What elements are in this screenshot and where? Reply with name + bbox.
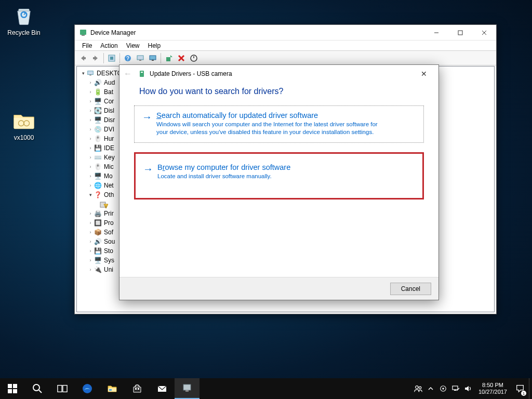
tray-people[interactable]	[412, 378, 424, 399]
svg-text:?: ?	[126, 56, 129, 61]
toolbar-help-button[interactable]: ?	[122, 52, 134, 64]
option-search-automatically[interactable]: → Search automatically for updated drive…	[134, 105, 424, 143]
svg-point-30	[33, 384, 39, 391]
toolbar-forward-button[interactable]	[89, 52, 102, 64]
recycle-bin-icon	[11, 3, 36, 28]
option-title: Browse my computer for driver software	[157, 163, 415, 171]
svg-rect-46	[453, 386, 458, 390]
sound-icon: 🔊	[94, 237, 102, 246]
taskbar-edge[interactable]	[75, 378, 100, 399]
computer-icon	[86, 69, 95, 77]
minimize-button[interactable]	[424, 25, 448, 40]
ide-icon: 💾	[94, 144, 102, 152]
svg-line-31	[39, 390, 42, 393]
svg-rect-32	[58, 385, 62, 392]
svg-rect-11	[110, 57, 113, 60]
option-browse-computer[interactable]: → Browse my computer for driver software…	[134, 152, 424, 200]
arrow-right-icon: →	[143, 163, 157, 180]
menu-file[interactable]: File	[78, 41, 96, 50]
option-description: Locate and install driver software manua…	[157, 172, 381, 180]
other-icon: ❓	[94, 191, 102, 199]
dialog-heading: How do you want to search for drivers?	[119, 83, 438, 105]
toolbar: ?	[75, 51, 496, 65]
update-drivers-dialog: ← Update Drivers - USB camera ✕ How do y…	[119, 64, 439, 300]
svg-rect-21	[89, 75, 91, 76]
svg-rect-15	[139, 60, 141, 61]
svg-rect-14	[137, 56, 143, 60]
menu-view[interactable]: View	[122, 41, 144, 50]
taskbar-store[interactable]	[125, 378, 150, 399]
tray-overflow[interactable]	[424, 378, 437, 399]
svg-rect-38	[138, 388, 139, 390]
svg-rect-24	[140, 71, 144, 77]
desktop-icon-recycle-bin[interactable]: Recycle Bin	[4, 3, 44, 36]
action-center-button[interactable]: 1	[511, 378, 529, 399]
maximize-button[interactable]	[448, 25, 472, 40]
dvd-icon: 💿	[94, 125, 102, 134]
svg-point-43	[419, 387, 421, 389]
svg-point-45	[442, 388, 444, 390]
tray-clock[interactable]: 8:50 PM 10/27/2017	[474, 382, 511, 395]
keyboard-icon: ⌨️	[94, 153, 102, 162]
tray-volume-icon[interactable]	[462, 378, 474, 399]
taskbar: 8:50 PM 10/27/2017 1	[0, 378, 532, 399]
svg-rect-28	[8, 389, 12, 393]
network-icon: 🌐	[94, 181, 102, 190]
search-button[interactable]	[25, 378, 50, 399]
svg-rect-33	[63, 385, 67, 392]
taskbar-file-explorer[interactable]	[100, 378, 125, 399]
cancel-button[interactable]: Cancel	[390, 283, 431, 295]
back-button[interactable]: ←	[124, 69, 135, 78]
task-view-button[interactable]	[50, 378, 75, 399]
battery-icon: 🔋	[94, 88, 102, 96]
processor-icon: 🔲	[94, 219, 102, 227]
option-description: Windows will search your computer and th…	[156, 121, 380, 136]
monitor-icon: 🖥️	[94, 172, 102, 180]
svg-rect-5	[458, 31, 462, 35]
toolbar-properties-button[interactable]	[147, 52, 159, 64]
mouse-icon: 🖱️	[94, 163, 102, 171]
svg-rect-26	[8, 384, 12, 388]
svg-rect-18	[166, 57, 170, 61]
toolbar-back-button[interactable]	[77, 52, 89, 64]
svg-rect-20	[88, 71, 94, 75]
arrow-right-icon: →	[142, 111, 156, 136]
close-button[interactable]	[472, 25, 496, 40]
taskbar-device-manager[interactable]	[175, 378, 200, 399]
disk-icon: 💽	[94, 107, 102, 115]
dialog-title: Update Drivers - USB camera	[150, 70, 414, 77]
svg-rect-25	[141, 72, 143, 73]
toolbar-uninstall-button[interactable]	[175, 52, 188, 64]
usb-icon: 🔌	[94, 265, 102, 274]
tray-network-icon[interactable]	[449, 378, 462, 399]
warning-icon: !	[100, 200, 108, 208]
dialog-close-button[interactable]: ✕	[414, 70, 434, 78]
toolbar-disable-button[interactable]	[188, 52, 200, 64]
taskbar-mail[interactable]	[150, 378, 175, 399]
desktop-icon-label: Recycle Bin	[4, 29, 44, 36]
menu-action[interactable]: Action	[96, 41, 122, 50]
folder-icon	[11, 108, 36, 133]
desktop-icon-vx1000[interactable]: vx1000	[4, 108, 44, 141]
tray-location-icon[interactable]	[437, 378, 449, 399]
svg-rect-41	[185, 390, 189, 392]
start-button[interactable]	[0, 378, 25, 399]
svg-rect-2	[80, 30, 86, 35]
svg-rect-47	[454, 390, 456, 391]
titlebar[interactable]: Device Manager	[75, 25, 496, 41]
notification-badge: 1	[521, 391, 526, 396]
option-title: Search automatically for updated driver …	[156, 111, 416, 119]
show-desktop-button[interactable]	[529, 378, 532, 399]
svg-point-42	[416, 386, 418, 389]
toolbar-scan-button[interactable]	[134, 52, 147, 64]
svg-rect-16	[150, 56, 156, 60]
window-title: Device Manager	[90, 29, 424, 36]
svg-text:!: !	[105, 205, 107, 208]
svg-rect-40	[183, 384, 191, 390]
software-icon: 📦	[94, 228, 102, 236]
toolbar-update-driver-button[interactable]	[163, 52, 175, 64]
toolbar-show-hidden-button[interactable]	[105, 52, 118, 64]
svg-rect-37	[135, 388, 137, 390]
menu-help[interactable]: Help	[144, 41, 165, 50]
system-icon: 🖥️	[94, 256, 102, 264]
